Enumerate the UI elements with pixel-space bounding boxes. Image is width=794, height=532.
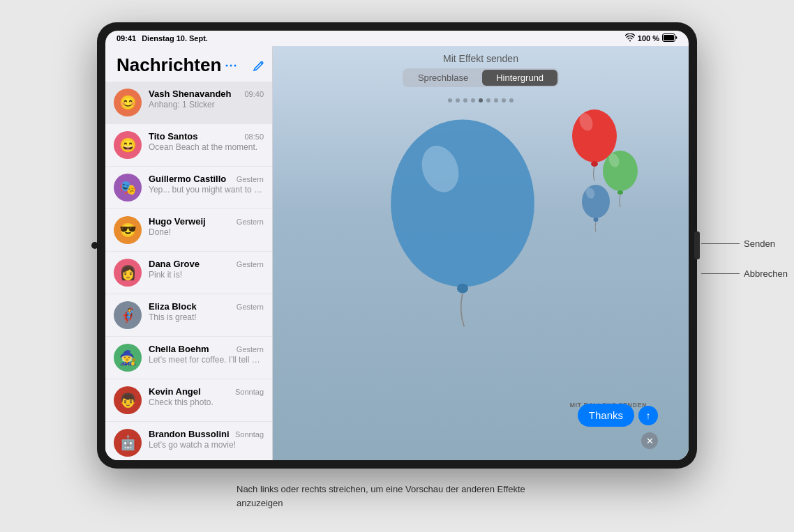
conversation-item-1[interactable]: 😊 Vash Shenavandeh 09:40 Anhang: 1 Stick… (105, 82, 272, 124)
outer-wrapper: 09:41 Dienstag 10. Sept. 100 % (97, 22, 697, 510)
conv-header: Hugo Verweij Gestern (149, 216, 264, 227)
sidebar-title: Nachrichten (117, 54, 221, 76)
status-bar-right: 100 % (625, 33, 677, 43)
avatar: 👦 (114, 386, 142, 414)
conv-header: Dana Grove Gestern (149, 259, 264, 269)
page-dot-7 (502, 98, 506, 102)
conversation-list: 😊 Vash Shenavandeh 09:40 Anhang: 1 Stick… (105, 82, 272, 460)
conv-preview: Anhang: 1 Sticker (149, 100, 264, 109)
conv-content: Guillermo Castillo Gestern Yep... but yo… (149, 174, 264, 195)
status-bar: 09:41 Dienstag 10. Sept. 100 % (105, 31, 689, 46)
large-blue-balloon (372, 112, 553, 335)
conv-preview: Pink it is! (149, 270, 264, 280)
avatar: 😄 (114, 131, 142, 159)
wifi-icon (625, 33, 635, 43)
abbrechen-line (701, 273, 740, 274)
avatar: 🧙 (114, 344, 142, 372)
avatar: 👩 (114, 259, 142, 287)
avatar: 😊 (114, 89, 142, 116)
conv-content: Tito Santos 08:50 Ocean Beach at the mom… (149, 131, 264, 152)
conversation-item-8[interactable]: 👦 Kevin Angel Sonntag Check this photo. (105, 379, 272, 422)
messages-panel: Mit Effekt senden Sprechblase Hintergrun… (273, 46, 689, 460)
conv-content: Dana Grove Gestern Pink it is! (149, 259, 264, 280)
tab-sprechblase[interactable]: Sprechblase (404, 70, 482, 86)
senden-line (701, 243, 740, 244)
conv-name: Vash Shenavandeh (149, 89, 232, 99)
page-dots (273, 93, 689, 108)
conv-content: Kevin Angel Sonntag Check this photo. (149, 386, 264, 407)
conv-time: Gestern (237, 260, 264, 268)
cancel-button[interactable]: ✕ (641, 432, 658, 449)
page-dot-3 (471, 98, 475, 102)
svg-point-16 (594, 218, 599, 222)
conversation-item-3[interactable]: 🎭 Guillermo Castillo Gestern Yep... but … (105, 167, 272, 209)
avatar: 🤖 (114, 429, 142, 457)
bottom-caption: Nach links oder rechts streichen, um ein… (223, 482, 571, 510)
conv-content: Brandon Bussolini Sonntag Let's go watch… (149, 429, 264, 450)
conv-name: Dana Grove (149, 259, 200, 269)
page-dot-0 (448, 98, 452, 102)
bottom-caption-text: Nach links oder rechts streichen, um ein… (237, 484, 525, 508)
senden-annotation: Senden (701, 238, 788, 249)
conv-preview: Let's meet for coffee. I'll tell you all… (149, 355, 264, 365)
message-row: Thanks ↑ (578, 404, 658, 427)
svg-point-5 (391, 119, 534, 287)
effect-title: Mit Effekt senden (273, 46, 689, 68)
conv-name: Brandon Bussolini (149, 429, 230, 439)
conversation-item-7[interactable]: 🧙 Chella Boehm Gestern Let's meet for co… (105, 337, 272, 379)
conv-time: Gestern (237, 303, 264, 311)
conv-header: Chella Boehm Gestern (149, 344, 264, 354)
battery-icon (662, 33, 677, 43)
conv-header: Tito Santos 08:50 (149, 131, 264, 142)
conv-name: Chella Boehm (149, 344, 209, 354)
conv-preview: Check this photo. (149, 397, 264, 407)
conv-time: Gestern (237, 345, 264, 354)
page-dot-4 (479, 98, 483, 102)
svg-point-10 (591, 161, 598, 167)
side-button[interactable] (694, 231, 700, 259)
avatar: 🦸 (114, 301, 142, 329)
conv-name: Guillermo Castillo (149, 174, 226, 184)
conversation-item-4[interactable]: 😎 Hugo Verweij Gestern Done! (105, 209, 272, 252)
page-dot-6 (494, 98, 498, 102)
avatar: 🎭 (114, 174, 142, 202)
conv-time: Gestern (237, 175, 264, 183)
conv-header: Vash Shenavandeh 09:40 (149, 89, 264, 99)
conv-preview: Ocean Beach at the moment. (149, 142, 264, 152)
svg-point-14 (582, 185, 610, 218)
ipad-frame: 09:41 Dienstag 10. Sept. 100 % (97, 22, 697, 469)
svg-point-2 (226, 64, 228, 66)
sidebar: Nachrichten (105, 46, 273, 460)
balloons-area: MIT BALLONS SENDEN Thanks ↑ ✕ (273, 93, 689, 460)
annotations: Senden Abbrechen (701, 238, 788, 279)
effect-tab-container: Sprechblase Hintergrund (403, 68, 559, 87)
page-dot-5 (486, 98, 490, 102)
avatar: 😎 (114, 216, 142, 244)
conv-time: Sonntag (235, 430, 264, 439)
conv-header: Guillermo Castillo Gestern (149, 174, 264, 184)
conv-content: Eliza Block Gestern This is great! (149, 301, 264, 322)
conv-preview: Let's go watch a movie! (149, 440, 264, 450)
svg-point-3 (230, 64, 232, 66)
conv-time: 09:40 (244, 90, 264, 98)
message-bubble: Thanks (578, 404, 634, 427)
abbrechen-label: Abbrechen (744, 268, 788, 279)
tab-hintergrund[interactable]: Hintergrund (482, 70, 557, 86)
svg-point-7 (457, 283, 468, 293)
status-bar-left: 09:41 Dienstag 10. Sept. (117, 34, 208, 43)
conv-name: Eliza Block (149, 301, 197, 312)
conversation-item-6[interactable]: 🦸 Eliza Block Gestern This is great! (105, 294, 272, 337)
conv-header: Kevin Angel Sonntag (149, 386, 264, 397)
conv-header: Eliza Block Gestern (149, 301, 264, 312)
conversation-item-5[interactable]: 👩 Dana Grove Gestern Pink it is! (105, 252, 272, 294)
page-dot-1 (456, 98, 460, 102)
more-options-button[interactable] (221, 56, 241, 75)
battery-label: 100 % (638, 34, 659, 43)
svg-point-4 (234, 64, 237, 66)
conv-time: Sonntag (235, 388, 264, 396)
compose-button[interactable] (249, 56, 269, 75)
conversation-item-2[interactable]: 😄 Tito Santos 08:50 Ocean Beach at the m… (105, 124, 272, 167)
effect-tabs: Sprechblase Hintergrund (273, 68, 689, 87)
conversation-item-9[interactable]: 🤖 Brandon Bussolini Sonntag Let's go wat… (105, 422, 272, 460)
send-button[interactable]: ↑ (638, 406, 658, 425)
